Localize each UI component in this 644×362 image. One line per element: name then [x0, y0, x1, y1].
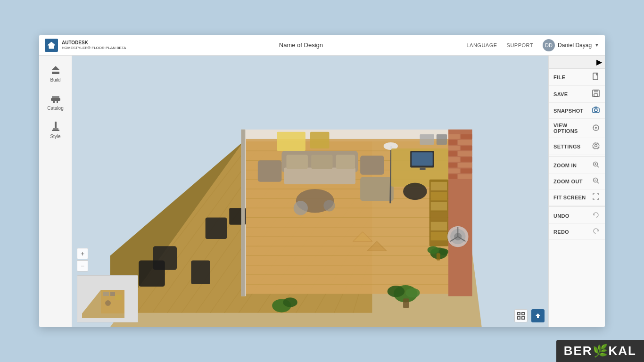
svg-point-93	[388, 286, 405, 297]
settings-menu-item[interactable]: SETTINGS	[549, 138, 605, 155]
zoom-in-panel-item[interactable]: ZOOM IN	[549, 157, 605, 173]
language-button[interactable]: LANGUAGE	[466, 42, 497, 48]
svg-point-122	[105, 300, 111, 306]
view-options-menu-item[interactable]: VIEW OPTIONS	[549, 119, 605, 138]
view-options-label: VIEW OPTIONS	[553, 123, 592, 134]
logo-icon	[45, 39, 58, 52]
build-icon	[50, 65, 61, 76]
panel-divider-1	[549, 156, 605, 156]
svg-rect-69	[360, 156, 384, 174]
svg-rect-102	[206, 218, 227, 239]
logo: AUTODESK HOMESTYLER® FLOOR PLAN BETA	[45, 39, 126, 52]
file-icon	[592, 73, 600, 82]
redo-icon	[592, 228, 600, 236]
svg-rect-119	[103, 292, 109, 296]
svg-rect-123	[518, 313, 520, 315]
undo-label: UNDO	[553, 213, 570, 219]
svg-rect-68	[258, 160, 282, 181]
svg-rect-112	[437, 134, 447, 145]
user-name: Daniel Dayag	[558, 42, 592, 49]
svg-rect-52	[448, 151, 457, 156]
zoom-out-button[interactable]: −	[77, 260, 88, 272]
svg-rect-111	[420, 134, 434, 145]
fit-screen-icon	[592, 193, 600, 201]
save-menu-item[interactable]: SAVE	[549, 86, 605, 103]
right-panel: ▶ FILE SAVE SNAPSHOT	[548, 56, 605, 327]
settings-icon	[592, 142, 600, 151]
fit-screen-label: FIT SCREEN	[553, 195, 586, 200]
camera-icon	[592, 107, 600, 115]
fit-screen-button[interactable]	[514, 309, 528, 322]
svg-rect-55	[461, 157, 472, 162]
sidebar-item-build[interactable]: Build	[42, 60, 69, 87]
svg-point-94	[405, 288, 420, 297]
svg-rect-87	[431, 232, 447, 240]
design-name[interactable]: Name of Design	[135, 41, 466, 49]
svg-point-139	[595, 145, 597, 147]
zoom-in-panel-label: ZOOM IN	[553, 163, 577, 168]
svg-line-74	[390, 146, 391, 203]
svg-rect-65	[286, 155, 307, 169]
room-visualization	[72, 56, 548, 327]
svg-rect-56	[448, 163, 457, 167]
svg-rect-59	[461, 168, 472, 173]
watermark-leaf: 🌿	[593, 344, 609, 358]
user-menu[interactable]: DD Daniel Dayag ▼	[543, 39, 599, 51]
zoom-out-panel-item[interactable]: ZOOM OUT	[549, 173, 605, 189]
svg-rect-48	[448, 140, 457, 145]
fit-screen-panel-item[interactable]: FIT SCREEN	[549, 189, 605, 206]
share-button[interactable]	[531, 309, 545, 322]
support-button[interactable]: SUPPORT	[507, 42, 533, 48]
save-icon	[592, 90, 600, 99]
svg-rect-95	[403, 298, 409, 308]
svg-rect-58	[448, 168, 460, 173]
svg-marker-2	[52, 66, 59, 70]
zoom-in-button[interactable]: +	[77, 248, 88, 259]
svg-point-73	[323, 200, 335, 211]
undo-panel-item[interactable]: UNDO	[549, 208, 605, 224]
zoom-in-icon	[592, 161, 600, 169]
svg-rect-5	[53, 101, 55, 103]
catalog-icon	[50, 93, 61, 104]
svg-point-89	[428, 246, 439, 254]
svg-point-90	[439, 248, 448, 255]
file-menu-item[interactable]: FILE	[549, 69, 605, 86]
avatar: DD	[543, 39, 555, 51]
settings-label: SETTINGS	[553, 144, 580, 149]
svg-rect-125	[518, 317, 520, 319]
sidebar-label-style: Style	[50, 134, 60, 139]
header-right: LANGUAGE SUPPORT DD Daniel Dayag ▼	[466, 39, 599, 51]
main-area: Build Catalog	[39, 56, 605, 327]
svg-rect-47	[461, 134, 472, 139]
style-icon	[50, 121, 61, 132]
svg-rect-84	[431, 202, 447, 210]
svg-rect-61	[458, 174, 472, 179]
svg-point-72	[294, 201, 308, 215]
svg-rect-51	[461, 146, 472, 150]
sidebar-item-catalog[interactable]: Catalog	[42, 89, 69, 115]
app-container: AUTODESK HOMESTYLER® FLOOR PLAN BETA Nam…	[39, 35, 605, 327]
svg-rect-104	[191, 261, 210, 285]
panel-divider-2	[549, 206, 605, 207]
svg-rect-50	[448, 146, 460, 150]
svg-rect-101	[139, 261, 165, 287]
snapshot-menu-item[interactable]: SNAPSHOT	[549, 103, 605, 119]
panel-toggle[interactable]: ▶	[549, 56, 605, 69]
svg-point-80	[403, 183, 427, 200]
sidebar-item-style[interactable]: Style	[42, 117, 69, 143]
zoom-out-icon	[592, 177, 600, 185]
redo-label: REDO	[553, 229, 569, 235]
snapshot-label: SNAPSHOT	[553, 108, 584, 114]
redo-panel-item[interactable]: REDO	[549, 224, 605, 240]
svg-rect-120	[110, 292, 115, 296]
svg-rect-60	[448, 174, 457, 179]
zoom-controls: + −	[77, 248, 88, 272]
svg-rect-53	[458, 151, 472, 156]
svg-rect-8	[53, 128, 58, 130]
svg-rect-57	[458, 163, 472, 167]
svg-point-132	[594, 109, 597, 112]
svg-rect-124	[522, 313, 524, 315]
svg-rect-79	[420, 167, 425, 170]
svg-rect-7	[55, 122, 57, 128]
canvas-area[interactable]: + −	[72, 56, 548, 327]
